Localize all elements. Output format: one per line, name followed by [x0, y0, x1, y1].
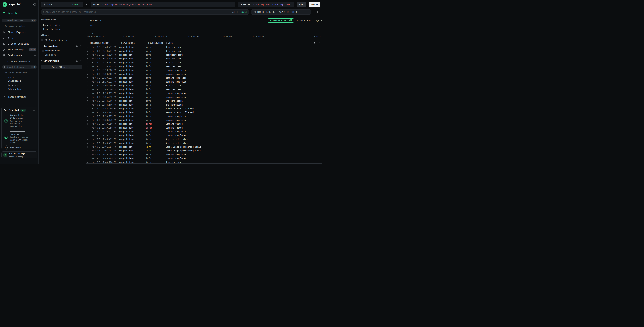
drag-handle-icon[interactable]: [119, 42, 120, 44]
chart-icon[interactable]: [76, 45, 78, 47]
histogram-bucket[interactable]: [293, 25, 298, 34]
histogram-bucket[interactable]: [142, 25, 148, 34]
saved-searches-field[interactable]: [7, 19, 30, 22]
user-menu[interactable]: D dominic.tran@c… dominic.tran@cli…: [1, 152, 37, 158]
preset-services[interactable]: Services: [0, 83, 38, 87]
histogram-bucket[interactable]: [254, 25, 259, 34]
column-header-body[interactable]: Body: [166, 42, 322, 44]
table-row[interactable]: Mar 9 3:12:44.299 PMmongodb-demoinfoServ…: [86, 107, 322, 110]
histogram-bucket[interactable]: [138, 25, 142, 34]
table-row[interactable]: Mar 9 3:12:19.258 PMmongodb-demoerrorCom…: [86, 126, 322, 130]
expand-row-icon[interactable]: [86, 69, 90, 71]
histogram-bucket[interactable]: [230, 25, 235, 34]
column-header-severitytext[interactable]: SeverityText: [146, 42, 166, 44]
column-header-timestamp-local-[interactable]: Timestamp (Local): [90, 42, 119, 44]
table-row[interactable]: Mar 9 3:13:39.143 PMmongodb-demoinfoHear…: [86, 61, 322, 64]
histogram-bucket[interactable]: [118, 25, 123, 34]
saved-dashboards-field[interactable]: [7, 66, 30, 68]
select-query-input[interactable]: SELECTTimestamp,ServiceName,SeverityText…: [91, 2, 236, 7]
table-row[interactable]: Mar 9 3:13:20.223 PMmongodb-demoinfocomm…: [86, 80, 322, 84]
expand-row-icon[interactable]: [86, 104, 90, 106]
sidebar-item-alerts[interactable]: Alerts: [0, 35, 38, 41]
run-query-button[interactable]: [313, 9, 322, 15]
expand-row-icon[interactable]: [86, 100, 90, 102]
table-row[interactable]: Mar 9 3:12:55.215 PMmongodb-demoinfocomm…: [86, 95, 322, 99]
histogram-bucket[interactable]: [283, 25, 288, 34]
histogram-bucket[interactable]: [104, 25, 108, 34]
expand-row-icon[interactable]: [86, 150, 90, 152]
download-icon[interactable]: [318, 42, 321, 44]
histogram-plot[interactable]: 600 0 Mar 8 3:00:00 PM6:30:00 PM10:00:00…: [94, 25, 322, 34]
collapse-sidebar-icon[interactable]: [33, 3, 36, 6]
filter-group-servicename[interactable]: ServiceName: [41, 45, 82, 47]
expand-row-icon[interactable]: [86, 142, 90, 144]
presets-toggle[interactable]: PRESETS: [0, 77, 38, 79]
expand-row-icon[interactable]: [86, 146, 90, 148]
expand-row-icon[interactable]: [86, 154, 90, 156]
horizontal-scrollbar[interactable]: [86, 163, 322, 164]
histogram-bucket[interactable]: [220, 25, 225, 34]
sidebar-item-team-settings[interactable]: Team Settings: [0, 94, 38, 99]
table-row[interactable]: Mar 9 3:13:28.660 PMmongodb-demoinfocomm…: [86, 72, 322, 76]
histogram-bucket[interactable]: [191, 25, 196, 34]
code-icon[interactable]: [308, 42, 311, 44]
table-row[interactable]: Mar 9 3:13:08.440 PMmongodb-demoinfoHear…: [86, 88, 322, 92]
histogram-bucket[interactable]: [181, 25, 186, 34]
filter-group-severitytext[interactable]: SeverityText: [41, 60, 82, 62]
table-row[interactable]: Mar 9 3:13:28.660 PMmongodb-demoinfocomm…: [86, 68, 322, 72]
histogram-bucket[interactable]: [148, 25, 152, 34]
table-row[interactable]: Mar 9 3:12:44.506 PMmongodb-demoinfoend …: [86, 99, 322, 103]
drag-handle-icon[interactable]: [146, 42, 147, 44]
histogram-bucket[interactable]: [308, 25, 312, 34]
histogram-bucket[interactable]: [94, 25, 99, 34]
table-row[interactable]: Mar 9 3:12:01.797 PMmongodb-demowarnCach…: [86, 145, 322, 149]
expand-row-icon[interactable]: [86, 50, 90, 52]
table-row[interactable]: Mar 9 3:12:55.215 PMmongodb-demoinfocomm…: [86, 91, 322, 95]
histogram-bucket[interactable]: [278, 25, 283, 34]
table-row[interactable]: Mar 9 3:13:49.731 PMmongodb-demoinfoHear…: [86, 49, 322, 53]
histogram-bucket[interactable]: [167, 25, 172, 34]
event-search-bar[interactable]: SQL | Lucene: [41, 10, 249, 14]
expand-row-icon[interactable]: [86, 131, 90, 132]
expand-row-icon[interactable]: [86, 108, 90, 110]
table-row[interactable]: Mar 9 3:12:06.491 PMmongodb-demoinfoRepl…: [86, 138, 322, 141]
histogram-bucket[interactable]: [244, 25, 249, 34]
mode-lucene-toggle[interactable]: Lucene: [240, 11, 247, 13]
preset-clickhouse[interactable]: ClickHouse: [0, 79, 38, 83]
table-row[interactable]: Mar 9 3:13:49.731 PMmongodb-demoinfoHear…: [86, 45, 322, 49]
histogram-bucket[interactable]: [269, 25, 274, 34]
expand-row-icon[interactable]: [86, 66, 90, 67]
histogram-bucket[interactable]: [162, 25, 167, 34]
chevron-up-icon[interactable]: [34, 12, 36, 14]
histogram-bucket[interactable]: [288, 25, 293, 34]
table-row[interactable]: Mar 9 3:12:44.299 PMmongodb-demoinfoServ…: [86, 110, 322, 114]
expand-row-icon[interactable]: [86, 138, 90, 140]
histogram-bucket[interactable]: [99, 25, 104, 34]
date-range-picker[interactable]: Mar 8 15:13:49 - Mar 9 15:13:49: [251, 10, 311, 14]
expand-row-icon[interactable]: [86, 112, 90, 114]
more-filters-button[interactable]: More filters: [41, 65, 82, 69]
table-row[interactable]: Mar 9 3:11:49.769 PMmongodb-demoinfocomm…: [86, 153, 322, 156]
drag-handle-icon[interactable]: [166, 42, 167, 44]
chevron-up-icon[interactable]: [33, 110, 35, 111]
table-row[interactable]: Mar 9 3:12:33.175 PMmongodb-demoinfocomm…: [86, 114, 322, 118]
table-row[interactable]: Mar 9 3:13:44.110 PMmongodb-demoinfoHear…: [86, 57, 322, 61]
table-row[interactable]: Mar 9 3:13:20.223 PMmongodb-demoinfocomm…: [86, 76, 322, 80]
expand-row-icon[interactable]: [86, 54, 90, 56]
histogram-bucket[interactable]: [249, 25, 254, 34]
expand-row-icon[interactable]: [86, 88, 90, 90]
expand-row-icon[interactable]: [86, 127, 90, 129]
order-by-input[interactable]: ORDER BY (TimestampTime, Timestamp) DESC: [238, 2, 294, 7]
expand-row-icon[interactable]: [86, 62, 90, 64]
histogram-bucket[interactable]: [210, 25, 216, 34]
histogram-bucket[interactable]: [108, 25, 114, 34]
histogram-bucket[interactable]: [259, 25, 264, 34]
histogram-bucket[interactable]: [196, 25, 201, 34]
get-started-item[interactable]: Connect to ClickHouseSet up your databas…: [4, 114, 35, 128]
table-row[interactable]: Mar 9 3:13:44.110 PMmongodb-demoinfoHear…: [86, 53, 322, 57]
expand-row-icon[interactable]: [86, 119, 90, 121]
histogram-bucket[interactable]: [157, 25, 162, 34]
histogram-bucket[interactable]: [172, 25, 176, 34]
histogram-bucket[interactable]: [240, 25, 244, 34]
histogram-bucket[interactable]: [298, 25, 303, 34]
